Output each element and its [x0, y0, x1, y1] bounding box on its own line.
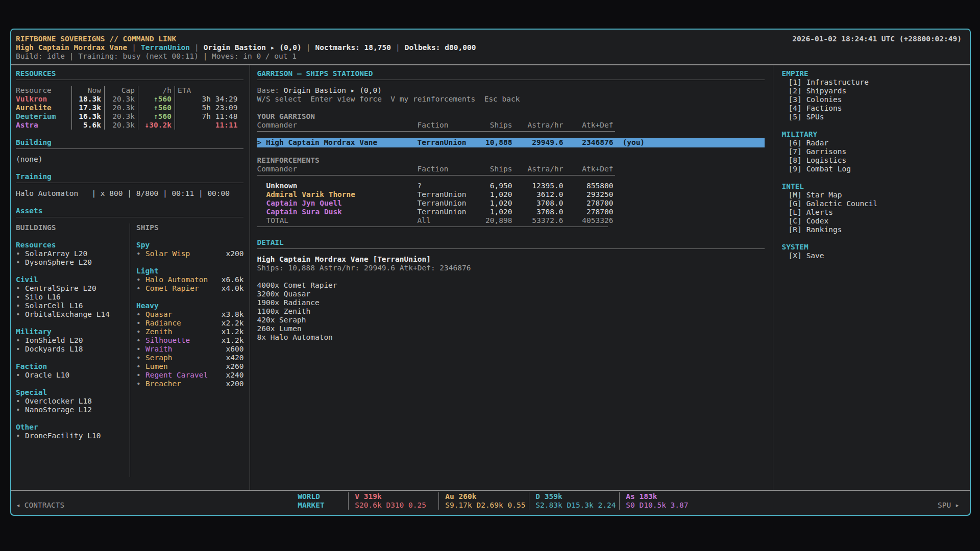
- menu-item-galactic-council[interactable]: [G]Galactic Council: [781, 199, 964, 208]
- noctmarks-balance: Noctmarks: 18,750: [315, 43, 391, 52]
- ship-group-spy: Spy •Solar Wispx200: [136, 241, 243, 258]
- contracts-button[interactable]: ◂CONTRACTS: [16, 501, 64, 510]
- resource-eta: 7h 11:48: [175, 112, 243, 121]
- row-faction: ?: [417, 182, 479, 190]
- divider: [257, 80, 765, 80]
- resource-now: 17.3k: [72, 104, 105, 112]
- menu-item-combat-log[interactable]: [9]Combat Log: [781, 165, 964, 173]
- your-garrison-label: YOUR GARRISON: [257, 112, 765, 121]
- bullet-icon: •: [136, 336, 145, 345]
- resource-now: 18.3k: [72, 95, 105, 104]
- divider: [16, 183, 243, 183]
- divider: [257, 248, 765, 249]
- bullet-icon: •: [136, 310, 145, 319]
- bullet-icon: •: [16, 432, 25, 440]
- col-resource: Resource: [16, 86, 72, 95]
- menu-item-alerts[interactable]: [L]Alerts: [781, 208, 964, 217]
- building-item: •Overclocker L18: [16, 397, 130, 406]
- spu-arrow-icon: ▸: [955, 501, 960, 509]
- ship-item: •Regent Caravelx240: [136, 371, 243, 380]
- menu-item-shipyards[interactable]: [2]Shipyards: [781, 87, 964, 95]
- reinforcement-row[interactable]: Captain Sura Dusk TerranUnion 1,020 3708…: [257, 208, 765, 216]
- menu-item-rankings[interactable]: [R]Rankings: [781, 226, 964, 234]
- base-value: Origin Bastion ▸ (0,0): [284, 86, 382, 94]
- menu-item-factions[interactable]: [4]Factions: [781, 104, 964, 113]
- bullet-icon: •: [136, 319, 145, 328]
- training-title: Training: [16, 172, 243, 181]
- menu-item-garrisons[interactable]: [7]Garrisons: [781, 147, 964, 156]
- reinforcement-row[interactable]: Captain Jyn Quell TerranUnion 1,020 3708…: [257, 199, 765, 208]
- header: RIFTBORNE SOVEREIGNS // COMMAND LINK 202…: [11, 30, 970, 61]
- training-queue-item: Halo Automaton | x 800 | 8/800 | 00:11 |…: [16, 189, 243, 198]
- menu-item-logistics[interactable]: [8]Logistics: [781, 156, 964, 165]
- ship-name: Seraph: [145, 354, 172, 362]
- row-atk: 278700: [563, 208, 613, 216]
- col-rate: /h: [138, 86, 175, 95]
- clock: 2026-01-02 18:24:41 UTC (+28800:02:49): [792, 35, 962, 43]
- garrison-row-selected[interactable]: > High Captain Mordrax Vane TerranUnion …: [257, 138, 765, 147]
- resource-rate: ↑560: [138, 112, 175, 121]
- group-title: Faction: [16, 362, 130, 371]
- divider: [16, 148, 243, 149]
- detail-ship-line: 1100x Zenith: [257, 307, 765, 316]
- ship-name: Radiance: [145, 319, 181, 328]
- resource-cap: 20.3k: [105, 104, 138, 112]
- menu-item-spus[interactable]: [5]SPUs: [781, 113, 964, 121]
- group-title: Other: [16, 423, 130, 432]
- building-name: Dockyards L18: [25, 345, 83, 354]
- bullet-icon: •: [136, 284, 145, 293]
- ship-name: Breacher: [145, 380, 181, 388]
- market-group-vulkron: V 319k S20.6k D310 0.25: [348, 492, 438, 510]
- market-total: D 359k: [535, 492, 619, 501]
- ship-item: •Seraphx420: [136, 354, 243, 362]
- keyboard-hints: W/S select Enter view force V my reinfor…: [257, 95, 765, 104]
- bullet-icon: •: [16, 406, 25, 414]
- spu-button[interactable]: SPU▸: [938, 501, 960, 510]
- garrison-panel: GARRISON – SHIPS STATIONED Base: Origin …: [250, 65, 773, 490]
- menu-item-star-map[interactable]: [M]Star Map: [781, 191, 964, 199]
- col-faction: Faction: [417, 165, 479, 173]
- menu-item-codex[interactable]: [C]Codex: [781, 217, 964, 226]
- current-location: Origin Bastion ▸ (0,0): [204, 43, 302, 52]
- ship-group-heavy: Heavy •Quasarx3.8k •Radiancex2.2k •Zenit…: [136, 302, 243, 388]
- menu-item-infrastructure[interactable]: [1]Infrastructure: [781, 78, 964, 87]
- detail-heading: High Captain Mordrax Vane [TerranUnion]: [257, 255, 765, 264]
- commander-name: > High Captain Mordrax Vane: [257, 138, 417, 147]
- row-astra: 53372.6: [512, 216, 563, 225]
- detail-ship-line: 4000x Comet Rapier: [257, 281, 765, 290]
- building-group-military: Military •IonShield L20 •Dockyards L18: [16, 328, 130, 354]
- detail-stats: Ships: 10,888 Astra/hr: 29949.6 Atk+Def:…: [257, 264, 765, 272]
- ships-list: SHIPS Spy •Solar Wispx200 Light •Halo Au…: [130, 223, 243, 477]
- ship-item: •Solar Wispx200: [136, 249, 243, 258]
- menu-item-radar[interactable]: [6]Radar: [781, 139, 964, 147]
- separator: |: [190, 43, 204, 52]
- base-label: Base:: [257, 86, 279, 94]
- row-faction: TerranUnion: [417, 138, 479, 147]
- row-atk: 278700: [563, 199, 613, 208]
- menu-item-save[interactable]: [X]Save: [781, 252, 964, 260]
- reinforcement-total-row: TOTAL All 20,898 53372.6 4053326: [257, 216, 765, 225]
- ship-qty: x6.6k: [222, 276, 244, 284]
- bullet-icon: •: [16, 336, 25, 345]
- col-atk: Atk+Def: [563, 165, 613, 173]
- ship-name: Solar Wisp: [145, 249, 190, 258]
- reinforcement-row[interactable]: Admiral Varik Thorne TerranUnion 1,020 3…: [257, 190, 765, 199]
- building-queue-empty: (none): [16, 155, 243, 164]
- menu-item-colonies[interactable]: [3]Colonies: [781, 95, 964, 104]
- reinforcement-row[interactable]: Unknown ? 6,950 12395.0 855800: [257, 182, 765, 190]
- resource-rate: ↑560: [138, 95, 175, 104]
- ship-name: Comet Rapier: [145, 284, 199, 293]
- group-title: Military: [16, 328, 130, 336]
- bullet-icon: •: [16, 293, 25, 302]
- row-astra: 3708.0: [512, 199, 563, 208]
- ship-item: •Breacherx200: [136, 380, 243, 388]
- resource-eta: 5h 23:09: [175, 104, 243, 112]
- ship-qty: x2.2k: [222, 319, 244, 328]
- market-detail: S20.6k D310 0.25: [355, 501, 438, 510]
- row-atk: 293250: [563, 190, 613, 199]
- row-astra: 12395.0: [512, 182, 563, 190]
- resource-cap: 20.3k: [105, 95, 138, 104]
- resource-cap: 20.3k: [105, 121, 138, 130]
- ship-qty: x3.8k: [222, 310, 244, 319]
- building-name: SolarArray L20: [25, 249, 87, 258]
